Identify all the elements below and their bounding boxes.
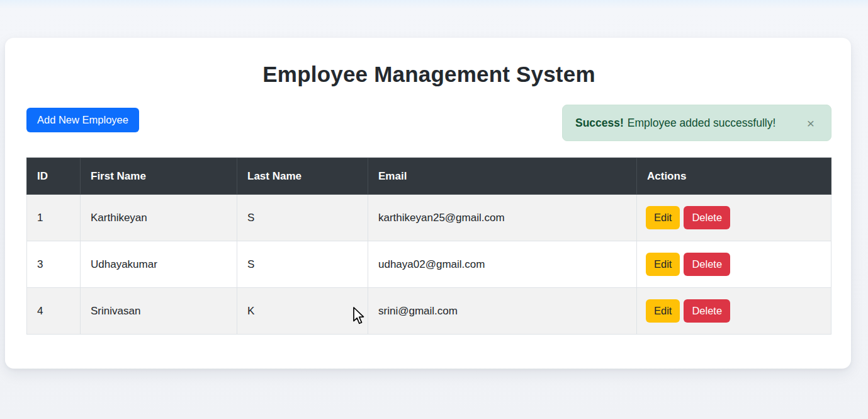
- table-header: ID First Name Last Name Email Actions: [27, 158, 831, 195]
- edit-button[interactable]: Edit: [646, 206, 680, 229]
- actions-cell: EditDelete: [637, 195, 831, 241]
- employee-table-body: 1KarthikeyanSkarthikeyan25@gmail.comEdit…: [27, 195, 831, 335]
- delete-button[interactable]: Delete: [684, 206, 730, 229]
- actions-cell: EditDelete: [637, 288, 831, 335]
- delete-button[interactable]: Delete: [684, 299, 730, 323]
- alert-message: Employee added successfully!: [628, 117, 775, 130]
- id-cell: 4: [27, 288, 81, 335]
- header-last-name: Last Name: [237, 158, 368, 195]
- table-row: 3UdhayakumarSudhaya02@gmail.comEditDelet…: [27, 241, 831, 288]
- edit-button[interactable]: Edit: [646, 253, 680, 276]
- last-name-cell: S: [237, 241, 368, 288]
- table-header-row: ID First Name Last Name Email Actions: [27, 158, 831, 195]
- success-alert: Success! Employee added successfully! ×: [562, 105, 831, 141]
- table-row: 4SrinivasanKsrini@gmail.comEditDelete: [27, 288, 831, 335]
- alert-close-icon[interactable]: ×: [803, 115, 818, 131]
- actions-cell: EditDelete: [637, 241, 831, 288]
- email-cell: srini@gmail.com: [368, 288, 637, 335]
- toolbar: Add New Employee Success! Employee added…: [26, 105, 831, 141]
- email-cell: udhaya02@gmail.com: [368, 241, 637, 288]
- page-title: Employee Management System: [26, 60, 831, 88]
- delete-button[interactable]: Delete: [684, 253, 730, 276]
- header-first-name: First Name: [81, 158, 237, 195]
- email-cell: karthikeyan25@gmail.com: [368, 195, 637, 241]
- id-cell: 1: [27, 195, 81, 241]
- add-new-employee-button[interactable]: Add New Employee: [26, 108, 139, 132]
- edit-button[interactable]: Edit: [646, 299, 680, 323]
- id-cell: 3: [27, 241, 81, 288]
- last-name-cell: S: [237, 195, 368, 241]
- last-name-cell: K: [237, 288, 368, 335]
- table-row: 1KarthikeyanSkarthikeyan25@gmail.comEdit…: [27, 195, 831, 241]
- first-name-cell: Udhayakumar: [81, 241, 237, 288]
- first-name-cell: Karthikeyan: [81, 195, 237, 241]
- first-name-cell: Srinivasan: [81, 288, 237, 335]
- header-actions: Actions: [637, 158, 831, 195]
- employee-table: ID First Name Last Name Email Actions 1K…: [26, 158, 831, 335]
- header-email: Email: [368, 158, 637, 195]
- main-card: Employee Management System Add New Emplo…: [5, 38, 851, 369]
- header-id: ID: [27, 158, 81, 195]
- alert-bold-text: Success!: [575, 117, 624, 130]
